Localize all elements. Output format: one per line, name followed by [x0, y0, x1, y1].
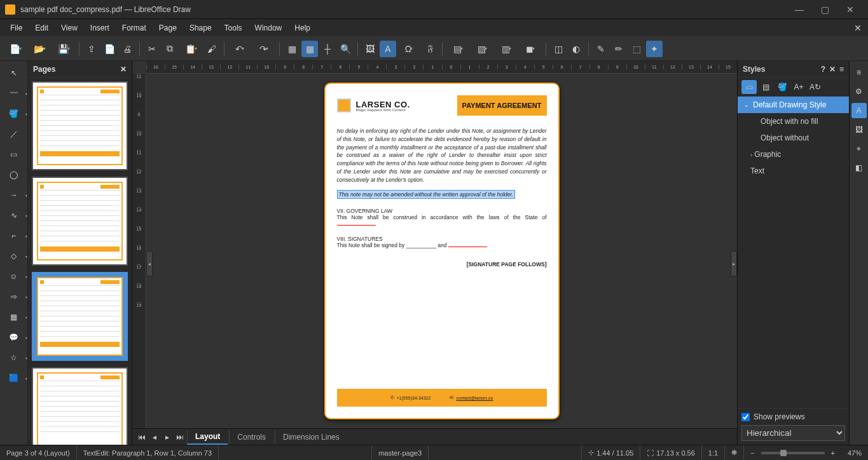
status-scale[interactable]: 1:1 [702, 445, 725, 460]
shapes-icon[interactable]: ◧ [851, 160, 867, 175]
menu-file[interactable]: File [4, 21, 29, 35]
zoom-in-icon[interactable]: + [831, 449, 835, 457]
menu-view[interactable]: View [55, 21, 84, 35]
fontwork-button[interactable]: 𝔉 [422, 41, 438, 57]
arrange-button[interactable]: ▧▾ [471, 41, 493, 57]
tab-dimension[interactable]: Dimension Lines [275, 430, 347, 444]
page-thumb-3[interactable]: 3 [32, 272, 128, 361]
menu-page[interactable]: Page [153, 21, 183, 35]
export-pdf-button[interactable]: 📄 [101, 41, 118, 57]
styles-icon[interactable]: A [851, 103, 867, 118]
update-style-icon[interactable]: A↻ [808, 80, 823, 94]
navigator-icon[interactable]: ⌖ [851, 141, 867, 156]
glue-button[interactable]: ✏ [610, 41, 627, 57]
open-button[interactable]: 📂▾ [28, 41, 51, 57]
paste-button[interactable]: 📋▾ [179, 41, 202, 57]
save-button[interactable]: 💾▾ [52, 41, 75, 57]
new-style-icon[interactable]: A+ [791, 80, 806, 94]
menu-edit[interactable]: Edit [29, 21, 55, 35]
next-page-button[interactable]: ▸ [162, 433, 173, 442]
tab-layout[interactable]: Layout [187, 430, 228, 445]
blank-field-2[interactable] [448, 247, 486, 247]
zoom-value[interactable]: 47% [841, 445, 868, 460]
properties-icon[interactable]: ⚙ [851, 84, 867, 99]
document-page[interactable]: LARSEN CO. Magic Happens With Content PA… [324, 83, 560, 419]
insert-textbox-button[interactable]: A [380, 41, 396, 57]
close-document-button[interactable]: ✕ [854, 23, 862, 33]
page-thumb-2[interactable]: 2 [32, 177, 128, 266]
curve-tool[interactable]: ∿▾ [4, 207, 24, 224]
prev-page-button[interactable]: ◂ [149, 433, 160, 442]
page-area[interactable]: ◂ LARSEN CO. Magic Happens With Content … [146, 74, 737, 428]
last-page-button[interactable]: ⏭ [174, 433, 186, 442]
menu-window[interactable]: Window [249, 21, 289, 35]
extrusion-button[interactable]: ⬚ [628, 41, 645, 57]
sidebar-menu-icon[interactable]: ≡ [851, 65, 867, 80]
draw-functions-button[interactable]: ✦ [646, 41, 663, 57]
undo-button[interactable]: ↶▾ [228, 41, 251, 57]
special-char-button[interactable]: Ω▾ [397, 41, 420, 57]
drawing-styles-icon[interactable]: ▭ [741, 80, 757, 94]
basic-shapes-tool[interactable]: ◇▾ [4, 248, 24, 264]
snap-grid-button[interactable]: ▦ [301, 41, 318, 57]
styles-close-icon[interactable]: ✕ [829, 65, 836, 74]
zoom-controls[interactable]: − + [744, 445, 841, 460]
page-thumb-4[interactable]: 4 [32, 367, 128, 445]
pages-panel-close[interactable]: ✕ [120, 65, 127, 74]
guides-button[interactable]: ┼ [319, 41, 336, 57]
fill-format-icon[interactable]: 🪣 [775, 80, 790, 94]
gallery-icon[interactable]: 🖼 [851, 122, 867, 137]
doc-highlighted-text[interactable]: This note may not be amended without the… [337, 190, 516, 199]
presentation-styles-icon[interactable]: ▤ [758, 80, 773, 94]
shadow-button[interactable]: ◼▾ [519, 41, 542, 57]
points-button[interactable]: ✎ [593, 41, 609, 57]
flowchart-tool[interactable]: ▦▾ [4, 309, 24, 325]
style-text[interactable]: Text [738, 163, 849, 179]
show-previews-checkbox[interactable]: Show previews [741, 412, 845, 421]
block-arrow-tool[interactable]: ⇨▾ [4, 288, 24, 305]
page-thumb-1[interactable]: 1 [32, 81, 128, 170]
style-default[interactable]: ⌄Default Drawing Style [738, 97, 849, 113]
zoom-button[interactable]: 🔍 [337, 41, 354, 57]
vertical-ruler[interactable]: 1110910111213141516171819 [132, 74, 146, 428]
zoom-out-icon[interactable]: − [750, 449, 754, 457]
insert-image-button[interactable]: 🖼 [362, 41, 378, 57]
menu-help[interactable]: Help [288, 21, 317, 35]
3d-tool[interactable]: 🟦▾ [4, 370, 24, 386]
line-color-tool[interactable]: 〰▾ [4, 85, 24, 102]
rectangle-tool[interactable]: ▭ [4, 146, 24, 163]
first-page-button[interactable]: ⏮ [136, 433, 148, 442]
horizontal-ruler[interactable]: 1615141312111098765432101234567891011121… [146, 61, 737, 74]
styles-help-icon[interactable]: ? [821, 65, 825, 74]
minimize-button[interactable]: — [787, 4, 812, 15]
status-page[interactable]: Page 3 of 4 (Layout) [0, 445, 77, 460]
grid-button[interactable]: ▦ [284, 41, 300, 57]
star-tool[interactable]: ☆▾ [4, 349, 24, 366]
menu-format[interactable]: Format [116, 21, 153, 35]
callout-tool[interactable]: 💬▾ [4, 329, 24, 346]
style-filter-select[interactable]: Hierarchical [741, 425, 845, 441]
clone-format-button[interactable]: 🖌 [203, 41, 220, 57]
style-object-without[interactable]: Object without [738, 130, 849, 146]
distribute-button[interactable]: ▥▾ [495, 41, 518, 57]
menu-tools[interactable]: Tools [218, 21, 249, 35]
style-graphic[interactable]: › Graphic [738, 146, 849, 163]
style-object-no-fill[interactable]: Object with no fill [738, 113, 849, 130]
export-button[interactable]: ⇪ [83, 41, 100, 57]
maximize-button[interactable]: ▢ [812, 4, 837, 15]
print-button[interactable]: 🖨 [119, 41, 135, 57]
status-save-icon[interactable]: ❋ [725, 445, 744, 460]
left-collapse-handle[interactable]: ◂ [146, 251, 153, 276]
tab-controls[interactable]: Controls [229, 430, 273, 444]
align-button[interactable]: ▤▾ [446, 41, 469, 57]
symbol-tool[interactable]: ☺▾ [4, 268, 24, 285]
redo-button[interactable]: ↷▾ [252, 41, 275, 57]
fill-color-tool[interactable]: 🪣▾ [4, 105, 24, 122]
arrow-tool[interactable]: →▾ [4, 187, 24, 203]
right-collapse-handle[interactable]: ▸ [731, 251, 737, 276]
blank-field[interactable] [337, 225, 375, 226]
menu-shape[interactable]: Shape [183, 21, 218, 35]
close-button[interactable]: ✕ [837, 4, 863, 15]
doc-paragraph[interactable]: No delay in enforcing any right of the L… [337, 127, 547, 184]
crop-button[interactable]: ◫ [550, 41, 567, 57]
